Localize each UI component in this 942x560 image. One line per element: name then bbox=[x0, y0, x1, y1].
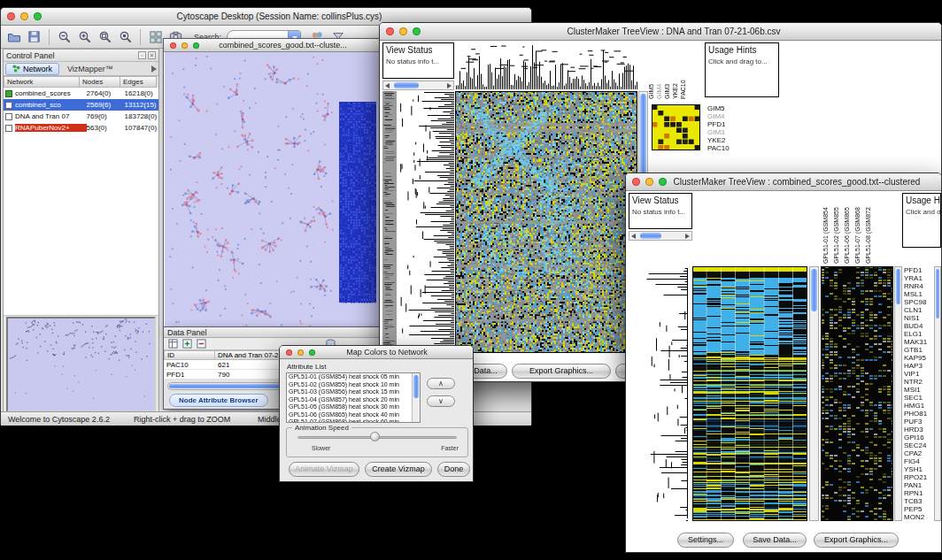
close-icon[interactable] bbox=[386, 27, 394, 35]
scroll-thumb[interactable] bbox=[413, 375, 419, 398]
gene-label[interactable]: SEC1 bbox=[904, 394, 933, 402]
settings-button[interactable]: Settings... bbox=[677, 533, 734, 548]
similarity-matrix-canvas[interactable] bbox=[652, 104, 700, 150]
table-row[interactable]: RNAPuberNov2+ 563(0) 107847(0) bbox=[4, 122, 158, 134]
tab-vizmapper[interactable]: VizMapper™ bbox=[63, 64, 118, 74]
gene-label[interactable]: KAP95 bbox=[904, 354, 933, 362]
row-dendrogram-canvas[interactable] bbox=[629, 266, 691, 521]
gene-label[interactable]: PEP5 bbox=[904, 505, 933, 513]
row-label[interactable]: GIM3 bbox=[707, 128, 753, 136]
minimize-icon[interactable] bbox=[645, 178, 653, 186]
gene-label[interactable]: BUD4 bbox=[904, 322, 933, 330]
gene-label[interactable]: RNR4 bbox=[904, 282, 933, 290]
move-up-button[interactable]: ∧ bbox=[427, 378, 455, 389]
gene-label[interactable]: SEC24 bbox=[904, 441, 933, 449]
scroll-left-icon[interactable] bbox=[631, 234, 636, 239]
zoom-window-icon[interactable] bbox=[34, 12, 42, 20]
data-panel-title[interactable]: Data Panel bbox=[164, 327, 380, 338]
export-graphics-button[interactable]: Export Graphics... bbox=[512, 364, 611, 379]
column-label[interactable]: GPL51-08 (GSM872 bbox=[865, 193, 876, 264]
zoom-window-icon[interactable] bbox=[193, 42, 199, 49]
network-overview-button[interactable] bbox=[146, 27, 165, 46]
heatmap-canvas[interactable] bbox=[692, 266, 807, 521]
scroll-thumb[interactable] bbox=[936, 269, 939, 318]
minimize-icon[interactable] bbox=[399, 27, 407, 35]
delete-attribute-button[interactable] bbox=[196, 339, 207, 349]
network-overview-thumbnail[interactable] bbox=[6, 317, 156, 412]
select-attributes-button[interactable] bbox=[167, 339, 179, 349]
gene-label[interactable]: PFD1 bbox=[904, 266, 933, 274]
scroll-thumb[interactable] bbox=[394, 82, 419, 88]
tab-node-attribute-browser[interactable]: Node Attribute Browser bbox=[169, 394, 268, 407]
expression-heatmap-canvas[interactable] bbox=[821, 266, 893, 521]
attribute-item[interactable]: GPL51-04 (GSM857) heat shock 20 min bbox=[287, 396, 420, 404]
zoom-window-icon[interactable] bbox=[659, 178, 667, 186]
list-vscrollbar[interactable] bbox=[412, 373, 420, 422]
gene-label[interactable]: VIP1 bbox=[904, 370, 933, 378]
scroll-right-icon[interactable] bbox=[447, 83, 452, 88]
overview-canvas[interactable] bbox=[8, 318, 154, 410]
treeview1-title-bar[interactable]: ClusterMaker TreeView : DNA and Tran 07-… bbox=[380, 23, 941, 41]
network-view-title-bar[interactable]: combined_scores_good.txt--cluste... bbox=[164, 39, 381, 52]
gene-label[interactable]: HMG1 bbox=[904, 402, 933, 410]
gene-list-vscrollbar[interactable] bbox=[934, 266, 941, 521]
row-dendrogram-canvas[interactable] bbox=[398, 91, 454, 353]
scroll-left-icon[interactable] bbox=[385, 83, 390, 88]
attribute-listbox[interactable]: GPL51-01 (GSM854) heat shock 05 minGPL51… bbox=[286, 372, 421, 423]
heatmap-canvas[interactable] bbox=[455, 91, 637, 353]
dendrogram-hscrollbar[interactable] bbox=[382, 81, 454, 90]
column-label[interactable]: GPL51-02 (GSM855 bbox=[833, 193, 844, 264]
table-row[interactable]: combined_sco 2569(6) 13112(15) bbox=[4, 99, 158, 111]
tab-network[interactable]: Network bbox=[5, 63, 59, 75]
heatmap-vscrollbar[interactable] bbox=[809, 266, 819, 521]
create-vizmap-button[interactable]: Create Vizmap bbox=[365, 462, 432, 477]
gene-label[interactable]: YSH1 bbox=[904, 465, 933, 473]
move-down-button[interactable]: ∨ bbox=[427, 395, 455, 407]
minimize-icon[interactable] bbox=[20, 12, 28, 20]
scroll-right-icon[interactable] bbox=[685, 234, 690, 239]
scroll-thumb[interactable] bbox=[640, 233, 661, 239]
attribute-item[interactable]: GPL51-02 (GSM855) heat shock 10 min bbox=[287, 381, 420, 389]
gene-label[interactable]: MAK31 bbox=[904, 338, 933, 346]
close-icon[interactable] bbox=[170, 42, 176, 49]
gene-label[interactable]: CPA2 bbox=[904, 449, 933, 457]
column-label[interactable]: PAC10 bbox=[680, 42, 688, 99]
minimize-icon[interactable] bbox=[297, 349, 304, 356]
expression-vscrollbar[interactable] bbox=[894, 266, 902, 521]
row-label[interactable]: GIM4 bbox=[707, 112, 753, 120]
column-label[interactable]: YKE2 bbox=[672, 42, 680, 99]
gene-label[interactable]: CLN1 bbox=[904, 306, 933, 314]
table-row[interactable]: combined_scores 2764(0) 16218(0) bbox=[4, 88, 158, 99]
row-label[interactable]: GIM5 bbox=[707, 104, 753, 112]
gene-label[interactable]: NTR2 bbox=[904, 378, 933, 386]
attribute-item[interactable]: GPL51-05 (GSM858) heat shock 30 min bbox=[287, 403, 420, 411]
treeview2-title-bar[interactable]: ClusterMaker TreeView : combined_scores_… bbox=[626, 173, 941, 191]
gene-label[interactable]: MSI1 bbox=[904, 386, 933, 394]
gene-label[interactable]: HAP3 bbox=[904, 362, 933, 370]
gene-label[interactable]: MON2 bbox=[904, 513, 933, 521]
gene-label[interactable]: PUF3 bbox=[904, 418, 933, 426]
network-graph-canvas[interactable] bbox=[165, 52, 380, 329]
gene-label[interactable]: FIG4 bbox=[904, 457, 933, 465]
column-header-network[interactable]: Network bbox=[4, 76, 80, 88]
attribute-item[interactable]: GPL51-06 (GSM865) heat shock 40 min bbox=[287, 411, 420, 419]
gene-label[interactable]: HRD3 bbox=[904, 426, 933, 433]
column-header-nodes[interactable]: Nodes bbox=[80, 76, 120, 88]
close-icon[interactable] bbox=[7, 12, 15, 20]
gene-label[interactable]: YRA1 bbox=[904, 274, 933, 282]
scroll-thumb[interactable] bbox=[811, 269, 817, 311]
close-icon[interactable] bbox=[286, 349, 292, 356]
save-session-button[interactable] bbox=[25, 27, 43, 46]
column-label[interactable]: GPL51-07 (GSM868 bbox=[854, 193, 865, 264]
dialog-title-bar[interactable]: Map Colors to Network bbox=[280, 346, 473, 359]
row-label[interactable]: PAC10 bbox=[707, 144, 753, 152]
gene-label[interactable]: RPO21 bbox=[904, 473, 933, 481]
column-label[interactable]: GIM4 bbox=[656, 42, 664, 99]
attribute-item[interactable]: GPL51-01 (GSM854) heat shock 05 min bbox=[287, 373, 420, 381]
gene-label[interactable]: MSL1 bbox=[904, 290, 933, 298]
open-session-button[interactable] bbox=[4, 27, 23, 46]
close-panel-icon[interactable]: ✕ bbox=[148, 51, 156, 59]
minimize-icon[interactable] bbox=[181, 42, 188, 49]
gene-label[interactable]: PAN1 bbox=[904, 481, 933, 489]
zoom-window-icon[interactable] bbox=[309, 349, 315, 356]
